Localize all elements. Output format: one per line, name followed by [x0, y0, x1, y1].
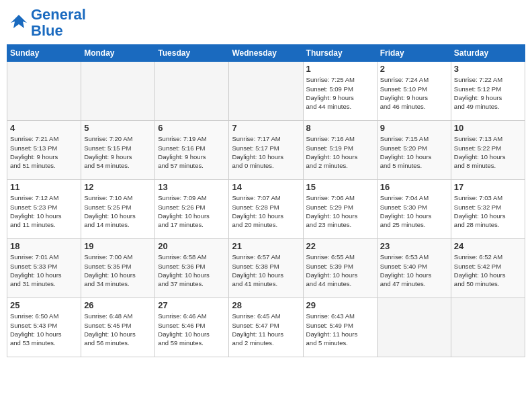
- week-row-4: 18Sunrise: 7:01 AMSunset: 5:33 PMDayligh…: [7, 239, 525, 298]
- day-info: Sunrise: 7:19 AMSunset: 5:16 PMDaylight:…: [158, 134, 226, 170]
- day-info: Sunrise: 6:50 AMSunset: 5:43 PMDaylight:…: [10, 312, 78, 347]
- day-cell: 13Sunrise: 7:09 AMSunset: 5:26 PMDayligh…: [155, 180, 229, 239]
- day-info: Sunrise: 6:45 AMSunset: 5:47 PMDaylight:…: [232, 312, 300, 347]
- header-cell-friday: Friday: [377, 45, 451, 62]
- day-number: 2: [380, 64, 448, 74]
- day-cell: [377, 298, 451, 357]
- day-info: Sunrise: 7:22 AMSunset: 5:12 PMDaylight:…: [454, 75, 522, 111]
- header-cell-sunday: Sunday: [7, 45, 81, 62]
- day-number: 7: [232, 123, 300, 133]
- day-info: Sunrise: 6:55 AMSunset: 5:39 PMDaylight:…: [306, 253, 374, 288]
- day-cell: [229, 62, 303, 121]
- day-info: Sunrise: 7:13 AMSunset: 5:22 PMDaylight:…: [454, 134, 522, 170]
- day-cell: 7Sunrise: 7:17 AMSunset: 5:17 PMDaylight…: [229, 121, 303, 180]
- day-cell: 10Sunrise: 7:13 AMSunset: 5:22 PMDayligh…: [451, 121, 525, 180]
- day-number: 9: [380, 123, 448, 133]
- day-info: Sunrise: 7:10 AMSunset: 5:25 PMDaylight:…: [84, 193, 152, 229]
- svg-marker-0: [11, 15, 27, 28]
- day-info: Sunrise: 7:25 AMSunset: 5:09 PMDaylight:…: [306, 75, 374, 111]
- week-row-2: 4Sunrise: 7:21 AMSunset: 5:13 PMDaylight…: [7, 121, 525, 180]
- day-info: Sunrise: 7:03 AMSunset: 5:32 PMDaylight:…: [454, 193, 522, 229]
- day-cell: 22Sunrise: 6:55 AMSunset: 5:39 PMDayligh…: [303, 239, 377, 298]
- day-number: 25: [10, 300, 78, 310]
- day-info: Sunrise: 7:09 AMSunset: 5:26 PMDaylight:…: [158, 193, 226, 229]
- day-number: 13: [158, 182, 226, 192]
- day-number: 19: [84, 241, 152, 251]
- day-cell: [451, 298, 525, 357]
- day-info: Sunrise: 7:07 AMSunset: 5:28 PMDaylight:…: [232, 193, 300, 229]
- day-info: Sunrise: 7:06 AMSunset: 5:29 PMDaylight:…: [306, 193, 374, 229]
- day-info: Sunrise: 7:20 AMSunset: 5:15 PMDaylight:…: [84, 134, 152, 170]
- day-cell: 4Sunrise: 7:21 AMSunset: 5:13 PMDaylight…: [7, 121, 81, 180]
- week-row-3: 11Sunrise: 7:12 AMSunset: 5:23 PMDayligh…: [7, 180, 525, 239]
- calendar-header: SundayMondayTuesdayWednesdayThursdayFrid…: [7, 45, 525, 62]
- day-number: 17: [454, 182, 522, 192]
- calendar-body: 1Sunrise: 7:25 AMSunset: 5:09 PMDaylight…: [7, 62, 525, 357]
- header-cell-thursday: Thursday: [303, 45, 377, 62]
- day-info: Sunrise: 6:48 AMSunset: 5:45 PMDaylight:…: [84, 312, 152, 347]
- day-number: 20: [158, 241, 226, 251]
- day-number: 12: [84, 182, 152, 192]
- day-number: 28: [232, 300, 300, 310]
- day-number: 15: [306, 182, 374, 192]
- day-info: Sunrise: 6:53 AMSunset: 5:40 PMDaylight:…: [380, 253, 448, 288]
- day-cell: 3Sunrise: 7:22 AMSunset: 5:12 PMDaylight…: [451, 62, 525, 121]
- logo-text: General Blue: [31, 7, 86, 39]
- logo: General Blue: [9, 7, 86, 39]
- day-number: 6: [158, 123, 226, 133]
- day-cell: 18Sunrise: 7:01 AMSunset: 5:33 PMDayligh…: [7, 239, 81, 298]
- day-cell: 29Sunrise: 6:43 AMSunset: 5:49 PMDayligh…: [303, 298, 377, 357]
- day-cell: 25Sunrise: 6:50 AMSunset: 5:43 PMDayligh…: [7, 298, 81, 357]
- day-cell: 5Sunrise: 7:20 AMSunset: 5:15 PMDaylight…: [81, 121, 155, 180]
- day-number: 8: [306, 123, 374, 133]
- week-row-5: 25Sunrise: 6:50 AMSunset: 5:43 PMDayligh…: [7, 298, 525, 357]
- day-number: 16: [380, 182, 448, 192]
- day-cell: 27Sunrise: 6:46 AMSunset: 5:46 PMDayligh…: [155, 298, 229, 357]
- day-info: Sunrise: 7:24 AMSunset: 5:10 PMDaylight:…: [380, 75, 448, 111]
- header-row: SundayMondayTuesdayWednesdayThursdayFrid…: [7, 45, 525, 62]
- day-cell: [81, 62, 155, 121]
- day-info: Sunrise: 7:17 AMSunset: 5:17 PMDaylight:…: [232, 134, 300, 170]
- day-cell: 8Sunrise: 7:16 AMSunset: 5:19 PMDaylight…: [303, 121, 377, 180]
- day-cell: 21Sunrise: 6:57 AMSunset: 5:38 PMDayligh…: [229, 239, 303, 298]
- day-info: Sunrise: 6:52 AMSunset: 5:42 PMDaylight:…: [454, 253, 522, 288]
- day-number: 5: [84, 123, 152, 133]
- day-cell: 16Sunrise: 7:04 AMSunset: 5:30 PMDayligh…: [377, 180, 451, 239]
- day-number: 10: [454, 123, 522, 133]
- day-number: 27: [158, 300, 226, 310]
- day-cell: 26Sunrise: 6:48 AMSunset: 5:45 PMDayligh…: [81, 298, 155, 357]
- day-info: Sunrise: 6:58 AMSunset: 5:36 PMDaylight:…: [158, 253, 226, 288]
- header-cell-tuesday: Tuesday: [155, 45, 229, 62]
- calendar-table: SundayMondayTuesdayWednesdayThursdayFrid…: [7, 44, 525, 357]
- logo-icon: [9, 13, 28, 32]
- day-info: Sunrise: 7:04 AMSunset: 5:30 PMDaylight:…: [380, 193, 448, 229]
- day-number: 23: [380, 241, 448, 251]
- day-info: Sunrise: 6:43 AMSunset: 5:49 PMDaylight:…: [306, 312, 374, 347]
- day-number: 21: [232, 241, 300, 251]
- day-cell: 11Sunrise: 7:12 AMSunset: 5:23 PMDayligh…: [7, 180, 81, 239]
- day-info: Sunrise: 7:15 AMSunset: 5:20 PMDaylight:…: [380, 134, 448, 170]
- day-info: Sunrise: 6:57 AMSunset: 5:38 PMDaylight:…: [232, 253, 300, 288]
- day-info: Sunrise: 7:01 AMSunset: 5:33 PMDaylight:…: [10, 253, 78, 288]
- day-cell: 9Sunrise: 7:15 AMSunset: 5:20 PMDaylight…: [377, 121, 451, 180]
- day-cell: 20Sunrise: 6:58 AMSunset: 5:36 PMDayligh…: [155, 239, 229, 298]
- day-number: 24: [454, 241, 522, 251]
- day-cell: [7, 62, 81, 121]
- day-cell: 15Sunrise: 7:06 AMSunset: 5:29 PMDayligh…: [303, 180, 377, 239]
- day-cell: 6Sunrise: 7:19 AMSunset: 5:16 PMDaylight…: [155, 121, 229, 180]
- day-cell: 19Sunrise: 7:00 AMSunset: 5:35 PMDayligh…: [81, 239, 155, 298]
- day-number: 4: [10, 123, 78, 133]
- day-cell: 17Sunrise: 7:03 AMSunset: 5:32 PMDayligh…: [451, 180, 525, 239]
- day-number: 26: [84, 300, 152, 310]
- week-row-1: 1Sunrise: 7:25 AMSunset: 5:09 PMDaylight…: [7, 62, 525, 121]
- day-number: 22: [306, 241, 374, 251]
- day-cell: 23Sunrise: 6:53 AMSunset: 5:40 PMDayligh…: [377, 239, 451, 298]
- day-cell: [155, 62, 229, 121]
- day-info: Sunrise: 6:46 AMSunset: 5:46 PMDaylight:…: [158, 312, 226, 347]
- day-cell: 12Sunrise: 7:10 AMSunset: 5:25 PMDayligh…: [81, 180, 155, 239]
- day-number: 18: [10, 241, 78, 251]
- day-info: Sunrise: 7:21 AMSunset: 5:13 PMDaylight:…: [10, 134, 78, 170]
- page-header: General Blue: [7, 7, 525, 39]
- header-cell-saturday: Saturday: [451, 45, 525, 62]
- day-cell: 28Sunrise: 6:45 AMSunset: 5:47 PMDayligh…: [229, 298, 303, 357]
